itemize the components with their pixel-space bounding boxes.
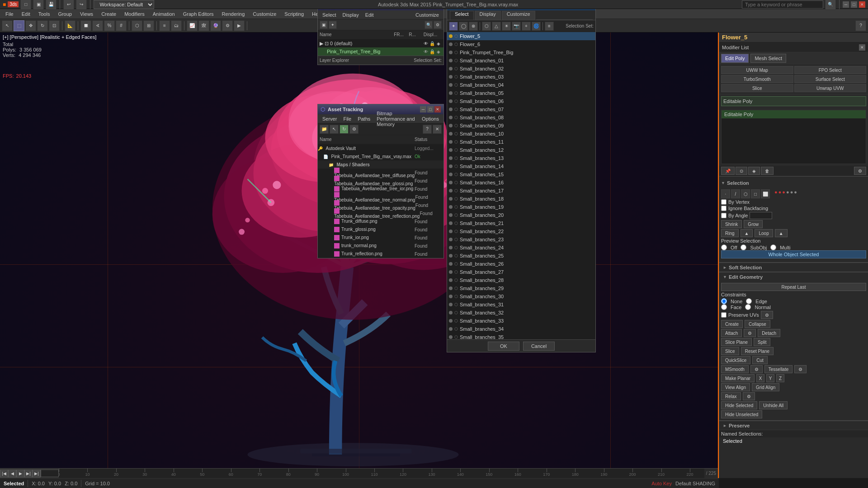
menu-graph-editors[interactable]: Graph Editors — [179, 10, 217, 18]
sfs-list[interactable]: ⬡Flower_5⬡Flower_6⬡Pink_Trumpet_Tree_Big… — [447, 32, 595, 339]
preview-multi-radio[interactable] — [770, 244, 776, 250]
menu-file[interactable]: File — [2, 10, 17, 18]
sfs-tab-display[interactable]: Display — [475, 11, 501, 20]
prev-frame-btn[interactable]: ◀ — [8, 469, 16, 478]
hide-selected-btn[interactable]: Hide Selected — [721, 401, 757, 409]
grid-align-btn[interactable]: Grid Align — [752, 383, 779, 391]
z-btn[interactable]: Z — [776, 374, 784, 382]
at-max-btn[interactable]: □ — [427, 106, 434, 113]
at-menu-bitmap[interactable]: Bitmap Performance and Memory — [374, 110, 418, 128]
sfs-item-8[interactable]: ⬡Small_branches_06 — [447, 97, 595, 105]
sfs-item-29[interactable]: ⬡Small_branches_27 — [447, 268, 595, 276]
at-select-btn[interactable]: ↖ — [330, 125, 339, 134]
at-settings-btn[interactable]: ⚙ — [349, 125, 359, 134]
layer-eye-icon[interactable]: 👁 — [423, 40, 429, 47]
new-btn[interactable]: □ — [20, 0, 31, 10]
sfs-tab-customize[interactable]: Customize — [502, 11, 535, 20]
sfs-item-3[interactable]: ⬡Small_branches_01 — [447, 56, 595, 65]
se-menu-customize[interactable]: Customize — [413, 11, 442, 19]
ref-coord[interactable]: 📐 — [65, 20, 75, 31]
se-menu-edit[interactable]: Edit — [363, 11, 377, 19]
edge-sel-btn[interactable]: / — [731, 189, 740, 198]
at-item-12[interactable]: trunk_normal.pngFound — [318, 242, 443, 250]
sfs-item-18[interactable]: ⬡Small_branches_16 — [447, 178, 595, 187]
reset-plane-btn[interactable]: Reset Plane — [741, 347, 774, 355]
sfs-display-filters-btn[interactable]: ≡ — [545, 22, 554, 31]
go-end-btn[interactable]: ▶| — [33, 469, 41, 478]
editable-poly-entry[interactable]: Editable Poly — [721, 96, 866, 106]
angle-snap[interactable]: ∢ — [92, 20, 103, 31]
loop-up-btn[interactable]: ▲ — [775, 229, 788, 237]
sfs-item-28[interactable]: ⬡Small_branches_26 — [447, 260, 595, 268]
preserve-uvs-settings-btn[interactable]: ⚙ — [761, 311, 773, 319]
element-sel-btn[interactable]: ⬜ — [761, 189, 770, 198]
app-menu-icon[interactable]: 3ds — [8, 1, 19, 7]
layer-lock-icon[interactable]: 🔒 — [429, 40, 435, 47]
sfs-item-16[interactable]: ⬡Small_branches_14 — [447, 162, 595, 170]
sfs-item-30[interactable]: ⬡Small_branches_28 — [447, 276, 595, 284]
scale-tool[interactable]: ⊡ — [49, 20, 60, 31]
at-menu-options[interactable]: Options — [419, 115, 442, 122]
menu-modifiers[interactable]: Modifiers — [121, 10, 148, 18]
poly-sel-btn[interactable]: □ — [751, 189, 760, 198]
sfs-item-13[interactable]: ⬡Small_branches_11 — [447, 138, 595, 146]
make-planar-btn[interactable]: Make Planar — [721, 374, 755, 382]
scene-tree[interactable]: ▶ ⊡ 0 (default) 👁 🔒 ◈ Pink_Trumpet_Tree_… — [318, 39, 443, 56]
loop-btn[interactable]: Loop — [755, 229, 773, 237]
by-vertex-check[interactable] — [721, 199, 726, 205]
sfs-item-36[interactable]: ⬡Small_branches_34 — [447, 325, 595, 333]
layer-mgr[interactable]: ≡ — [159, 20, 170, 31]
sfs-item-19[interactable]: ⬡Small_branches_17 — [447, 187, 595, 195]
menu-create[interactable]: Create — [98, 10, 120, 18]
next-frame-btn[interactable]: ▶| — [24, 469, 33, 478]
sfs-item-7[interactable]: ⬡Small_branches_05 — [447, 89, 595, 97]
at-item-8[interactable]: Tabebuia_Avellanedae_tree_reflection.png… — [318, 209, 443, 217]
menu-rendering[interactable]: Rendering — [218, 10, 249, 18]
at-item-0[interactable]: 🔑 Autodesk VaultLogged... — [318, 144, 443, 152]
sfs-item-0[interactable]: ⬡Flower_5 — [447, 32, 595, 40]
msmooth-btn[interactable]: MSmooth — [721, 365, 749, 373]
workspace-selector[interactable]: Workspace: Default — [94, 0, 154, 9]
slice-plane-btn[interactable]: Slice Plane — [721, 338, 752, 346]
at-help-btn[interactable]: ? — [423, 125, 432, 134]
make-unique-btn[interactable]: ◈ — [748, 167, 760, 175]
se-select-all-btn[interactable]: ✦ — [329, 21, 337, 29]
mesh-select-btn[interactable]: Mesh Select — [750, 54, 786, 63]
menu-customize[interactable]: Customize — [249, 10, 280, 18]
mini-mod-fpo-select[interactable]: FPO Select — [794, 66, 867, 74]
angle-input[interactable]: 45.0 — [750, 212, 772, 219]
mini-mod-turbosmooth[interactable]: TurboSmooth — [721, 75, 793, 83]
tree-eye-icon[interactable]: 👁 — [423, 48, 429, 55]
constraints-edge-radio[interactable] — [746, 298, 752, 304]
at-item-13[interactable]: Trunk_reflection.pngFound — [318, 250, 443, 258]
play-btn[interactable]: ▶ — [16, 469, 24, 478]
scene-row-tree[interactable]: Pink_Trumpet_Tree_Big 👁 🔒 ◈ — [318, 47, 443, 56]
render-setup[interactable]: ⚙ — [222, 20, 233, 31]
sfs-item-24[interactable]: ⬡Small_branches_22 — [447, 227, 595, 235]
mini-mod-uww-map[interactable]: UWW Map — [721, 66, 793, 74]
tessellate-settings-btn[interactable]: ⚙ — [794, 365, 807, 373]
detach-btn[interactable]: Detach — [758, 329, 780, 337]
preserve-header[interactable]: ► Preserve — [719, 421, 868, 430]
at-min-btn[interactable]: ─ — [420, 106, 426, 113]
snap-toggle[interactable]: 🔲 — [80, 20, 91, 31]
curve-editor[interactable]: 📈 — [187, 20, 198, 31]
attach-settings-btn[interactable]: ⚙ — [744, 329, 756, 337]
sfs-item-20[interactable]: ⬡Small_branches_18 — [447, 195, 595, 203]
se-menu-display[interactable]: Display — [340, 11, 362, 19]
search-input[interactable] — [742, 0, 823, 9]
sfs-item-21[interactable]: ⬡Small_branches_19 — [447, 203, 595, 211]
menu-edit[interactable]: Edit — [18, 10, 34, 18]
maximize-btn[interactable]: □ — [851, 1, 857, 8]
repeat-last-btn[interactable]: Repeat Last — [721, 283, 866, 291]
x-btn[interactable]: X — [756, 374, 764, 382]
rotate-tool[interactable]: ↻ — [37, 20, 48, 31]
selection-header[interactable]: ▼ Selection — [721, 178, 866, 188]
soft-selection-header[interactable]: ► Soft Selection — [719, 263, 868, 272]
sfs-spacewarps-btn[interactable]: 🌀 — [532, 22, 541, 31]
constraints-normal-radio[interactable] — [745, 304, 751, 310]
sfs-item-35[interactable]: ⬡Small_branches_33 — [447, 317, 595, 325]
attach-btn[interactable]: Attach — [721, 329, 742, 337]
sfs-item-27[interactable]: ⬡Small_branches_25 — [447, 252, 595, 260]
select-tool[interactable]: ↖ — [2, 20, 13, 31]
